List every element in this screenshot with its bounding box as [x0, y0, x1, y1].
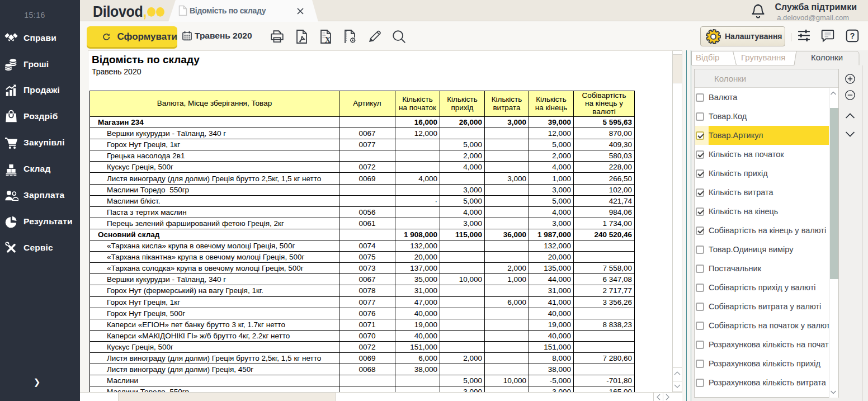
- svg-text:?: ?: [850, 31, 855, 40]
- svg-text:X: X: [325, 35, 331, 44]
